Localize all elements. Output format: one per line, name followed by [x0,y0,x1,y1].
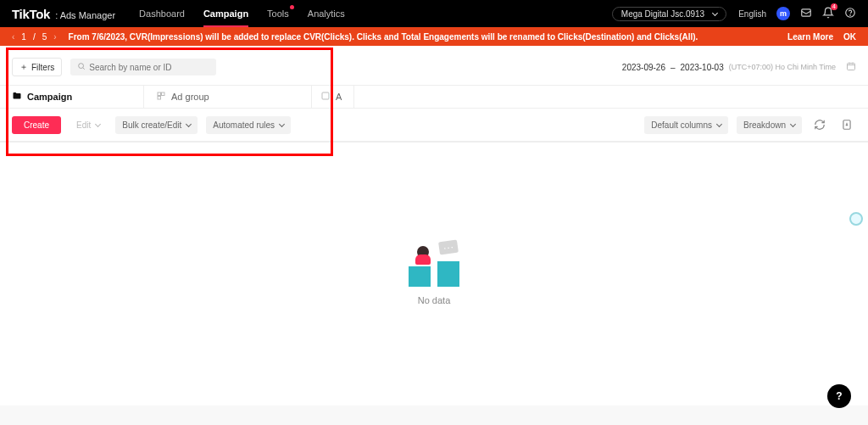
refresh-button[interactable] [810,115,829,134]
help-fab-button[interactable]: ? [827,384,851,408]
svg-rect-8 [322,92,329,99]
account-selector[interactable]: Mega Digital Jsc.0913 [612,7,726,21]
svg-rect-6 [162,92,165,96]
nav-tools[interactable]: Tools [267,2,289,25]
banner-pager-sep: / [33,32,36,42]
filters-button[interactable]: ＋ Filters [12,58,62,76]
tab-campaign[interactable]: Campaign [0,86,144,108]
banner-pager-current: 1 [21,32,26,42]
edit-label: Edit [76,120,91,130]
chevron-down-icon [95,121,101,127]
nav-dashboard[interactable]: Dashboard [139,2,185,25]
object-tabs: Campaign Ad group A [0,85,868,109]
empty-state: No data [0,143,868,405]
ad-icon [320,91,331,103]
announcement-banner: ‹ 1 / 5 › From 7/6/2023, CVR(Impressions… [0,27,868,46]
brand-logo: TikTok : Ads Manager [12,7,115,21]
date-from: 2023-09-26 [622,63,665,72]
account-name-label: Mega Digital Jsc.0913 [621,9,704,19]
inbox-icon[interactable] [800,7,812,21]
tab-ad[interactable]: A [312,86,354,108]
chevron-down-icon [279,121,285,127]
edit-button: Edit [70,116,107,134]
filter-row: ＋ Filters 2023-09-26 – 2023-10-03 (UTC+0… [0,46,868,85]
avatar[interactable]: m [776,7,790,20]
automated-rules-button[interactable]: Automated rules [206,116,291,134]
banner-next-icon[interactable]: › [53,32,56,42]
help-icon[interactable] [844,7,856,21]
svg-rect-5 [158,92,161,96]
breakdown-label: Breakdown [743,120,786,130]
language-selector[interactable]: English [738,9,766,19]
breakdown-button[interactable]: Breakdown [737,116,802,134]
tab-adgroup[interactable]: Ad group [144,86,312,108]
chevron-down-icon [186,121,192,127]
main-nav: Dashboard Campaign Tools Analytics [139,2,345,25]
nav-campaign-label: Campaign [203,8,248,19]
top-nav: TikTok : Ads Manager Dashboard Campaign … [0,0,868,27]
calendar-icon [846,61,856,73]
banner-message: From 7/6/2023, CVR(Impressions) will be … [69,32,788,42]
adgroup-icon [156,91,166,103]
campaign-toolbar: Create Edit Bulk create/Edit Automated r… [0,109,868,142]
export-button[interactable] [837,115,856,134]
nav-analytics-label: Analytics [308,8,345,19]
bell-icon[interactable]: 4 [822,7,834,21]
banner-pager-total: 5 [42,32,47,42]
svg-point-2 [850,14,851,15]
avatar-letter: m [776,7,790,20]
tab-campaign-label: Campaign [27,92,72,102]
banner-pager: ‹ 1 / 5 › [12,32,57,42]
default-columns-button[interactable]: Default columns [644,116,728,134]
svg-rect-0 [802,8,811,15]
nav-campaign[interactable]: Campaign [203,2,248,25]
brand-logo-text: TikTok [12,7,50,21]
banner-learn-more-link[interactable]: Learn More [787,32,833,42]
date-sep: – [670,63,676,72]
default-columns-label: Default columns [651,120,712,130]
chevron-down-icon [716,121,722,127]
no-data-label: No data [418,295,451,305]
svg-rect-7 [158,97,161,100]
filters-label: Filters [31,63,54,72]
svg-rect-4 [848,64,855,70]
empty-illustration-icon [409,243,459,287]
assistant-bubble-icon[interactable] [849,212,863,226]
search-input-wrap[interactable] [70,59,216,75]
nav-tools-badge-icon [290,5,294,9]
bulk-label: Bulk create/Edit [122,120,181,130]
tab-adgroup-label: Ad group [171,92,209,102]
bell-badge-count: 4 [831,3,837,10]
nav-dashboard-label: Dashboard [139,8,185,19]
bulk-create-edit-button[interactable]: Bulk create/Edit [115,116,198,134]
chevron-down-icon [790,121,796,127]
automated-label: Automated rules [213,120,275,130]
nav-analytics[interactable]: Analytics [308,2,345,25]
chevron-down-icon [712,10,718,16]
folder-icon [12,91,22,103]
search-input[interactable] [89,63,209,72]
svg-point-3 [79,64,84,69]
banner-ok-button[interactable]: OK [843,32,856,42]
plus-icon: ＋ [19,61,28,73]
banner-prev-icon[interactable]: ‹ [12,32,14,42]
create-button[interactable]: Create [12,116,61,134]
brand-logo-suffix: : Ads Manager [55,10,115,20]
search-icon [77,61,86,73]
nav-tools-label: Tools [267,8,289,19]
tab-ad-label: A [336,92,342,102]
timezone-label: (UTC+07:00) Ho Chi Minh Time [729,63,836,71]
date-to: 2023-10-03 [681,63,724,72]
date-range-picker[interactable]: 2023-09-26 – 2023-10-03 (UTC+07:00) Ho C… [622,61,856,73]
